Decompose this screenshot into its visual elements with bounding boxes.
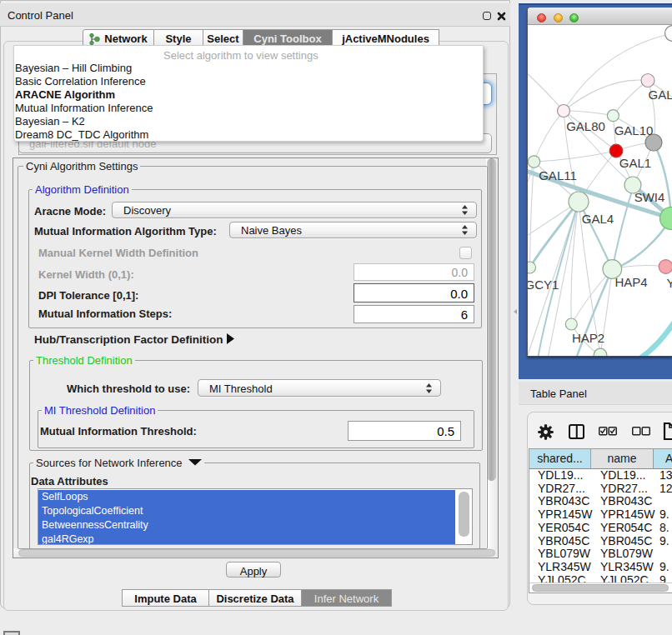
svg-text:GAL1: GAL1 (619, 156, 651, 170)
svg-text:GCY1: GCY1 (528, 278, 559, 292)
svg-text:HAP4: HAP4 (614, 275, 647, 289)
svg-text:YJL: YJL (667, 276, 672, 290)
svg-text:GAL10: GAL10 (614, 123, 654, 138)
svg-text:GAL11: GAL11 (539, 168, 577, 182)
svg-text:GAL4: GAL4 (582, 212, 614, 226)
svg-text:GAL80: GAL80 (566, 119, 605, 133)
svg-text:GAL7: GAL7 (649, 88, 672, 102)
svg-text:HAP2: HAP2 (572, 331, 604, 345)
svg-text:SWI4: SWI4 (634, 190, 665, 204)
